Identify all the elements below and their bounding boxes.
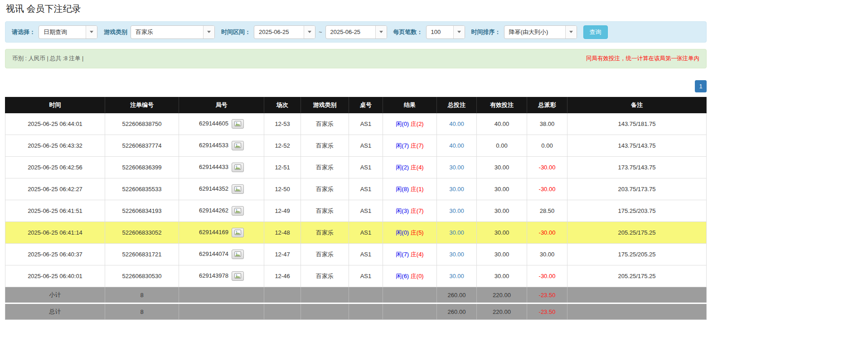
- column-header: 结果: [383, 97, 437, 113]
- chevron-down-icon[interactable]: [375, 26, 387, 39]
- video-replay-button[interactable]: [232, 163, 244, 172]
- time-cell: 2025-06-25 06:40:37: [5, 244, 105, 265]
- round-cell: 629144533: [179, 135, 264, 157]
- total-bet-link[interactable]: 30.00: [449, 273, 464, 279]
- video-replay-button[interactable]: [232, 271, 244, 281]
- result-player: 闲(0): [396, 229, 409, 236]
- bet-id-cell: 522606834193: [105, 200, 179, 222]
- total-bet-link[interactable]: 30.00: [449, 186, 464, 193]
- session-cell: 12-53: [264, 113, 301, 135]
- caret-shape: [379, 31, 383, 33]
- round-cell: 629143978: [179, 265, 264, 287]
- total-bet-cell: 30.00: [437, 200, 477, 222]
- result-cell: 闲(7) 庄(4): [383, 244, 437, 265]
- session-cell: 12-50: [264, 178, 301, 200]
- video-icon: [234, 143, 241, 148]
- total-bet-link[interactable]: 30.00: [449, 207, 464, 214]
- video-replay-button[interactable]: [232, 250, 244, 259]
- table-no-cell: AS1: [349, 178, 383, 200]
- chevron-down-icon[interactable]: [565, 26, 577, 39]
- round-number: 629144074: [199, 250, 228, 257]
- round-cell: 629144433: [179, 157, 264, 178]
- round-number: 629144262: [199, 207, 228, 214]
- video-replay-button[interactable]: [232, 141, 244, 150]
- summary-empty-cell: [264, 287, 301, 303]
- table-row: 2025-06-25 06:43:32522606837774629144533…: [5, 135, 707, 157]
- summary-empty-cell: [179, 303, 264, 320]
- bet-id-cell: 522606836399: [105, 157, 179, 178]
- table-row: 2025-06-25 06:41:14522606833052629144169…: [5, 222, 707, 244]
- summary-empty-cell: [567, 303, 707, 320]
- date-from-dropdown[interactable]: 2025-06-25: [254, 25, 315, 39]
- search-button[interactable]: 查询: [583, 25, 608, 39]
- summary-empty-cell: [383, 303, 437, 320]
- total-bet-cell: 40.00: [437, 135, 477, 157]
- chevron-down-icon[interactable]: [203, 26, 214, 39]
- table-head: 时间注单编号局号场次游戏类别桌号结果总投注有效投注总派彩备注: [5, 97, 707, 113]
- summary-empty-cell: [349, 303, 383, 320]
- chevron-down-icon[interactable]: [86, 26, 97, 39]
- total-bet-link[interactable]: 30.00: [449, 164, 464, 171]
- bet-id-cell: 522606830530: [105, 265, 179, 287]
- sort-order-value: 降幂(由大到小): [504, 26, 565, 39]
- summary-valid-bet-cell: 220.00: [477, 303, 527, 320]
- summary-count-cell: 8: [105, 303, 179, 320]
- payout-cell: -30.00: [527, 178, 567, 200]
- valid-bet-cell: 30.00: [477, 244, 527, 265]
- bet-id-cell: 522606837774: [105, 135, 179, 157]
- query-type-dropdown[interactable]: 日期查询: [39, 25, 97, 39]
- sort-order-dropdown[interactable]: 降幂(由大到小): [504, 25, 577, 39]
- column-header: 桌号: [349, 97, 383, 113]
- session-cell: 12-49: [264, 200, 301, 222]
- valid-bet-cell: 30.00: [477, 200, 527, 222]
- per-page-dropdown[interactable]: 100: [426, 25, 465, 39]
- table-row: 2025-06-25 06:40:37522606831721629144074…: [5, 244, 707, 265]
- total-bet-link[interactable]: 40.00: [449, 142, 464, 149]
- video-replay-button[interactable]: [232, 119, 244, 129]
- chevron-down-icon[interactable]: [453, 26, 465, 39]
- round-cell: 629144352: [179, 178, 264, 200]
- result-banker: 庄(7): [411, 207, 424, 214]
- game-type-cell: 百家乐: [301, 157, 349, 178]
- column-header: 场次: [264, 97, 301, 113]
- total-bet-cell: 30.00: [437, 178, 477, 200]
- round-number: 629143978: [199, 272, 228, 279]
- total-bet-link[interactable]: 30.00: [449, 229, 464, 236]
- summary-payout-cell: -23.50: [527, 287, 567, 303]
- caret-shape: [308, 31, 311, 33]
- time-cell: 2025-06-25 06:44:01: [5, 113, 105, 135]
- summary-empty-cell: [301, 287, 349, 303]
- total-bet-link[interactable]: 30.00: [449, 251, 464, 258]
- session-cell: 12-52: [264, 135, 301, 157]
- column-header: 总派彩: [527, 97, 567, 113]
- chevron-down-icon[interactable]: [304, 26, 315, 39]
- video-replay-button[interactable]: [232, 206, 244, 216]
- table-no-cell: AS1: [349, 113, 383, 135]
- filter-group-sort-order: 时间排序： 降幂(由大到小): [471, 25, 577, 39]
- page-1-button[interactable]: 1: [695, 80, 707, 92]
- video-replay-button[interactable]: [232, 184, 244, 194]
- date-to-dropdown[interactable]: 2025-06-25: [325, 25, 387, 39]
- game-type-dropdown[interactable]: 百家乐: [131, 25, 215, 39]
- round-cell: 629144074: [179, 244, 264, 265]
- video-icon: [234, 164, 241, 170]
- time-cell: 2025-06-25 06:42:56: [5, 157, 105, 178]
- game-type-cell: 百家乐: [301, 135, 349, 157]
- total-bet-link[interactable]: 40.00: [449, 120, 464, 127]
- table-header-row: 时间注单编号局号场次游戏类别桌号结果总投注有效投注总派彩备注: [5, 97, 707, 113]
- total-bet-cell: 30.00: [437, 157, 477, 178]
- video-icon: [234, 208, 241, 213]
- video-replay-button[interactable]: [232, 228, 244, 237]
- result-cell: 闲(0) 庄(5): [383, 222, 437, 244]
- total-bet-cell: 30.00: [437, 265, 477, 287]
- video-icon: [234, 121, 241, 126]
- result-player: 闲(3): [396, 207, 409, 214]
- filter-group-time-range: 时间区间： 2025-06-25 ~ 2025-06-25: [221, 25, 387, 39]
- bet-records-table: 时间注单编号局号场次游戏类别桌号结果总投注有效投注总派彩备注 2025-06-2…: [5, 97, 707, 320]
- session-cell: 12-48: [264, 222, 301, 244]
- time-cell: 2025-06-25 06:42:27: [5, 178, 105, 200]
- table-row: 2025-06-25 06:44:01522606838750629144605…: [5, 113, 707, 135]
- filter-group-per-page: 每页笔数： 100: [393, 25, 465, 39]
- session-cell: 12-46: [264, 265, 301, 287]
- table-no-cell: AS1: [349, 244, 383, 265]
